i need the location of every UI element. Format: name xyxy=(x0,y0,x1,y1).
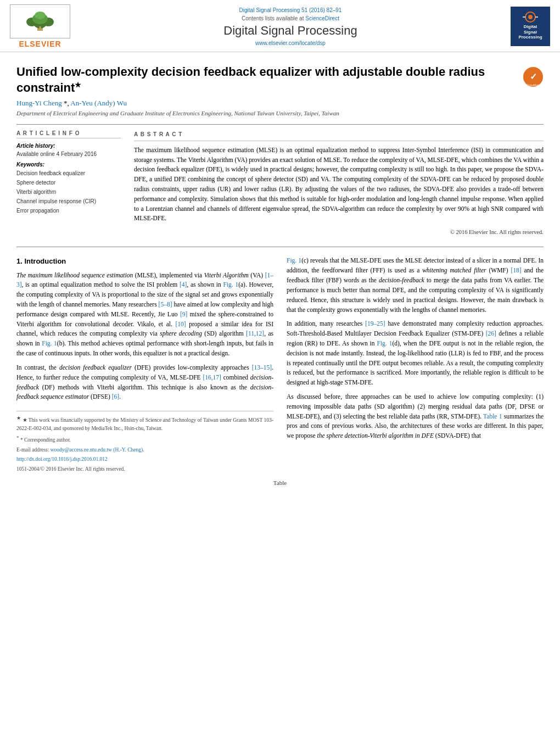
author-link-2[interactable]: An-Yeu (Andy) Wu xyxy=(70,99,127,107)
keyword-4: Channel impulse response (CIR) xyxy=(16,197,121,206)
svg-point-8 xyxy=(528,15,533,19)
body-col-left: 1. Introduction The maximum likelihood s… xyxy=(16,256,273,475)
elsevier-logo: ELSEVIER xyxy=(10,4,70,48)
ref-5-8[interactable]: [5–8] xyxy=(159,301,172,308)
ref-16-17[interactable]: [16,17] xyxy=(203,374,221,381)
title-footnote: ★ xyxy=(75,80,81,88)
dsp-logo-icon xyxy=(523,12,538,23)
body-col-right: Fig. 1(c) reveals that the MLSE-DFE uses… xyxy=(287,256,544,475)
fig1b-link[interactable]: Fig. 1 xyxy=(42,340,57,347)
keywords-label: Keywords: xyxy=(16,161,121,168)
body-content: 1. Introduction The maximum likelihood s… xyxy=(16,256,544,475)
ref-18[interactable]: [18] xyxy=(511,267,521,274)
ref-19-25[interactable]: [19–25] xyxy=(365,320,385,327)
abstract-text: The maximum likelihood sequence estimati… xyxy=(134,146,544,224)
fig1d-link[interactable]: Fig. 1 xyxy=(377,340,393,347)
article-history-value: Available online 4 February 2016 xyxy=(16,150,121,158)
email-link[interactable]: woody@access.ee.ntu.edu.tw (H.-Y. Cheng)… xyxy=(51,447,144,453)
article-info-abstract: A R T I C L E I N F O Article history: A… xyxy=(16,124,544,237)
article-title: Unified low-complexity decision feedback… xyxy=(16,64,515,96)
author-link-1[interactable]: Hung-Yi Cheng xyxy=(16,99,62,107)
ref-10[interactable]: [10] xyxy=(175,321,186,327)
dsp-logo: DigitalSignalProcessing xyxy=(511,7,550,46)
abstract-header: A B S T R A C T xyxy=(134,130,544,141)
table1-link[interactable]: Table 1 xyxy=(483,413,502,420)
header-center: Digital Signal Processing 51 (2016) 82–9… xyxy=(70,7,511,46)
keyword-1: Decision feedback equalizer xyxy=(16,169,121,178)
affiliation-line: Department of Electrical Engineering and… xyxy=(16,110,544,116)
article-info-col: A R T I C L E I N F O Article history: A… xyxy=(16,130,121,237)
section-divider xyxy=(16,247,544,247)
ref-9[interactable]: [9] xyxy=(180,311,187,317)
body-para-4: In addition, many researches [19–25] hav… xyxy=(287,319,544,388)
article-history-label: Article history: xyxy=(16,143,121,149)
email-line: E-mail address: woody@access.ee.ntu.edu.… xyxy=(16,446,273,454)
article-title-section: Unified low-complexity decision feedback… xyxy=(16,64,544,96)
copyright-line: © 2016 Elsevier Inc. All rights reserved… xyxy=(134,228,544,237)
fig1c-link[interactable]: Fig. 1 xyxy=(287,257,301,264)
issn-line: 1051-2004/© 2016 Elsevier Inc. All right… xyxy=(16,465,273,473)
article-footer: ★ ★ This work was financially supported … xyxy=(16,411,273,473)
abstract-col: A B S T R A C T The maximum likelihood s… xyxy=(134,130,544,237)
elsevier-tree-icon xyxy=(21,11,59,32)
svg-text:CrossMark: CrossMark xyxy=(527,83,540,87)
journal-url[interactable]: www.elsevier.com/locate/dsp xyxy=(81,40,500,46)
section1-title: 1. Introduction xyxy=(16,256,273,267)
authors-line: Hung-Yi Cheng *, An-Yeu (Andy) Wu xyxy=(16,99,544,108)
body-para-1: The maximum likelihood sequence estimati… xyxy=(16,271,273,359)
footnote-1: ★ ★ This work was financially supported … xyxy=(16,415,273,433)
page-header: ELSEVIER Digital Signal Processing 51 (2… xyxy=(0,0,560,52)
contents-line: Contents lists available at ScienceDirec… xyxy=(81,15,500,21)
dsp-logo-text: DigitalSignalProcessing xyxy=(518,24,542,40)
journal-title-header: Digital Signal Processing xyxy=(81,24,500,38)
ref-26[interactable]: [26] xyxy=(486,330,496,337)
keyword-5: Error propagation xyxy=(16,206,121,215)
elsevier-wordmark: ELSEVIER xyxy=(19,40,61,48)
main-content: Unified low-complexity decision feedback… xyxy=(0,52,560,497)
svg-point-5 xyxy=(35,12,46,19)
ref-11-12[interactable]: [11,12] xyxy=(246,330,264,337)
crossmark-icon: ✓ CrossMark xyxy=(523,66,544,87)
article-info-header: A R T I C L E I N F O xyxy=(16,130,121,138)
sciencedirect-link[interactable]: ScienceDirect xyxy=(305,15,339,21)
ref-13-15[interactable]: [13–15] xyxy=(252,364,272,371)
svg-text:✓: ✓ xyxy=(530,72,537,81)
body-para-2: In contrast, the decision feedback equal… xyxy=(16,363,273,402)
journal-ref: Digital Signal Processing 51 (2016) 82–9… xyxy=(81,7,500,13)
fig1a-link[interactable]: Fig. 1 xyxy=(223,281,238,288)
keyword-3: Viterbi algorithm xyxy=(16,187,121,197)
crossmark-logo[interactable]: ✓ CrossMark xyxy=(523,66,544,87)
ref-6[interactable]: [6] xyxy=(112,393,119,400)
keyword-2: Sphere detector xyxy=(16,178,121,187)
doi-link[interactable]: http://dx.doi.org/10.1016/j.dsp.2016.01.… xyxy=(16,456,108,462)
ref-4[interactable]: [4] xyxy=(180,281,187,288)
body-para-3: Fig. 1(c) reveals that the MLSE-DFE uses… xyxy=(287,256,544,315)
doi-line[interactable]: http://dx.doi.org/10.1016/j.dsp.2016.01.… xyxy=(16,455,273,464)
keywords-list: Decision feedback equalizer Sphere detec… xyxy=(16,169,121,215)
bottom-table-label: Table xyxy=(16,479,544,486)
footnote-2: * * Corresponding author. xyxy=(16,434,273,444)
body-para-5: As discussed before, three approaches ca… xyxy=(287,392,544,441)
